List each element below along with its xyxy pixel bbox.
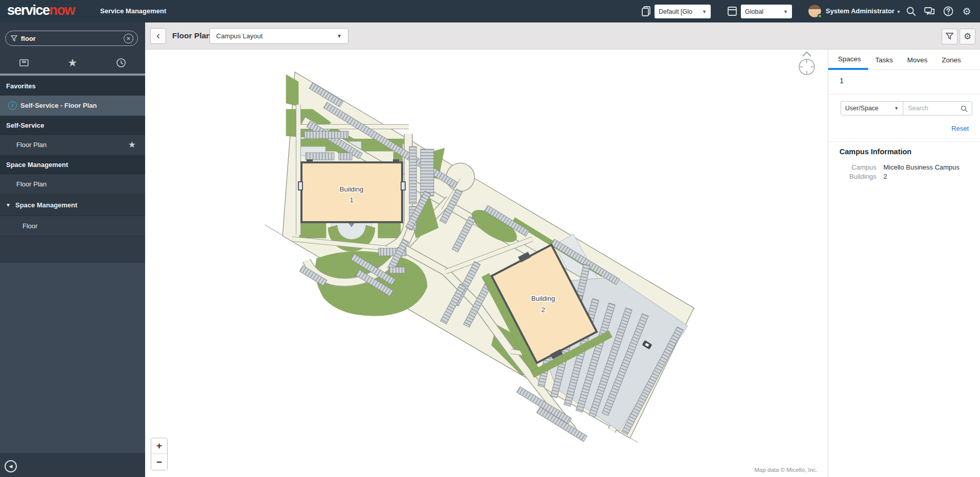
chevron-down-icon: ▼ xyxy=(894,106,899,111)
result-count: 1 xyxy=(839,76,844,85)
info-row-campus: Campus Micello Business Campus xyxy=(828,163,980,172)
history-tab-icon[interactable] xyxy=(111,55,131,70)
user-menu[interactable]: System Administrator▾ xyxy=(826,7,900,15)
gear-icon: ⚙ xyxy=(964,31,971,42)
info-icon[interactable]: i xyxy=(8,101,17,110)
tab-tasks[interactable]: Tasks xyxy=(868,50,900,70)
update-set-select[interactable]: Default [Glo▼ xyxy=(655,5,711,18)
info-row-buildings: Buildings 2 xyxy=(828,172,980,181)
navigator-tabs: ★ xyxy=(0,52,145,74)
menu-item-floor[interactable]: Floor xyxy=(0,216,145,236)
help-icon[interactable] xyxy=(943,6,954,17)
map-attribution: Map data © Micello, Inc. xyxy=(754,467,818,473)
chevron-expanded-icon: ▼ xyxy=(6,202,11,208)
map-zoom-control: + − xyxy=(151,438,168,470)
chevron-down-icon: ▼ xyxy=(702,9,707,14)
building-2-label-line1: Building xyxy=(531,295,555,302)
menu-item-floor-plan[interactable]: Floor Plan ★ xyxy=(0,135,145,155)
reset-link[interactable]: Reset xyxy=(951,125,969,132)
search-type-select[interactable]: User/Space▼ xyxy=(841,102,903,115)
top-header: servicenow Service Management Default [G… xyxy=(0,0,980,22)
layout-select[interactable]: Campus Layout▼ xyxy=(209,28,348,44)
menu-item-floor-plan-2[interactable]: Floor Plan xyxy=(0,174,145,195)
application-picker-icon[interactable] xyxy=(727,6,738,17)
application-select[interactable]: Global▼ xyxy=(741,5,792,18)
navigator-empty-area xyxy=(0,263,145,453)
tab-moves[interactable]: Moves xyxy=(900,50,935,70)
gear-icon[interactable]: ⚙ xyxy=(961,6,972,17)
panel-tabs: Spaces Tasks Moves Zones xyxy=(828,50,980,70)
spaces-panel: Spaces Tasks Moves Zones 1 User/Space▼ R… xyxy=(828,50,980,477)
servicenow-logo[interactable]: servicenow xyxy=(7,3,75,18)
building-1-label-line2: 1 xyxy=(349,196,353,204)
navigator-filter[interactable]: ✕ xyxy=(5,31,138,46)
back-button[interactable]: ‹ xyxy=(150,28,166,44)
campus-information-title: Campus Information xyxy=(839,148,912,156)
divider xyxy=(828,94,980,94)
app-title: Service Management xyxy=(100,7,166,15)
filter-funnel-icon xyxy=(946,33,953,40)
compass-icon[interactable] xyxy=(799,52,814,75)
divider xyxy=(828,141,980,142)
filter-navigator-input[interactable] xyxy=(21,35,124,42)
menu-section-space-management: Space Management xyxy=(0,155,145,174)
space-search-combo: User/Space▼ xyxy=(841,101,972,115)
settings-button[interactable]: ⚙ xyxy=(960,29,975,44)
navigator-menu: Favorites i Self-Service - Floor Plan Se… xyxy=(0,77,145,236)
star-icon[interactable]: ★ xyxy=(128,139,136,150)
tab-spaces[interactable]: Spaces xyxy=(828,50,868,70)
tab-zones[interactable]: Zones xyxy=(935,50,968,70)
active-tab-indicator xyxy=(0,74,145,76)
menu-section-self-service: Self-Service xyxy=(0,116,145,135)
chevron-down-icon: ▼ xyxy=(783,9,788,14)
building-2-label-line2: 2 xyxy=(541,306,545,314)
chevron-down-icon: ▼ xyxy=(337,33,342,39)
zoom-out-button[interactable]: − xyxy=(151,454,167,470)
avatar[interactable] xyxy=(808,4,822,18)
favorites-tab-icon[interactable]: ★ xyxy=(62,55,83,70)
menu-section-space-management-expanded[interactable]: ▼ Space Management xyxy=(0,195,145,216)
menu-item-self-service-floor-plan[interactable]: i Self-Service - Floor Plan xyxy=(0,96,145,116)
chat-icon[interactable] xyxy=(924,6,935,17)
status-dot xyxy=(818,14,822,18)
application-navigator: ✕ ★ Favorites i Self-Service - Floor Pla… xyxy=(0,22,145,477)
floor-plan-map[interactable]: Building 1 Building 2 + − Map data © Mic… xyxy=(145,50,828,477)
navigator-footer: ◀ xyxy=(0,453,145,477)
building-1-label-line1: Building xyxy=(340,185,363,193)
zoom-in-button[interactable]: + xyxy=(151,438,167,454)
page-title: Floor Plan xyxy=(172,31,211,40)
update-set-picker-icon[interactable] xyxy=(641,6,652,17)
filter-button[interactable] xyxy=(942,29,958,44)
search-icon[interactable] xyxy=(905,6,917,17)
chevron-down-icon: ▾ xyxy=(898,9,900,14)
campus-map-canvas[interactable]: Building 1 Building 2 xyxy=(145,50,828,477)
all-applications-icon[interactable] xyxy=(14,55,34,70)
clear-filter-icon[interactable]: ✕ xyxy=(124,34,133,43)
search-icon[interactable] xyxy=(961,105,968,112)
filter-funnel-icon xyxy=(11,35,17,42)
menu-section-favorites: Favorites xyxy=(0,77,145,96)
building-1[interactable] xyxy=(298,159,405,227)
content-toolbar: ‹ Floor Plan Campus Layout▼ ⚙ xyxy=(145,22,980,50)
collapse-sidebar-icon[interactable]: ◀ xyxy=(5,460,17,472)
